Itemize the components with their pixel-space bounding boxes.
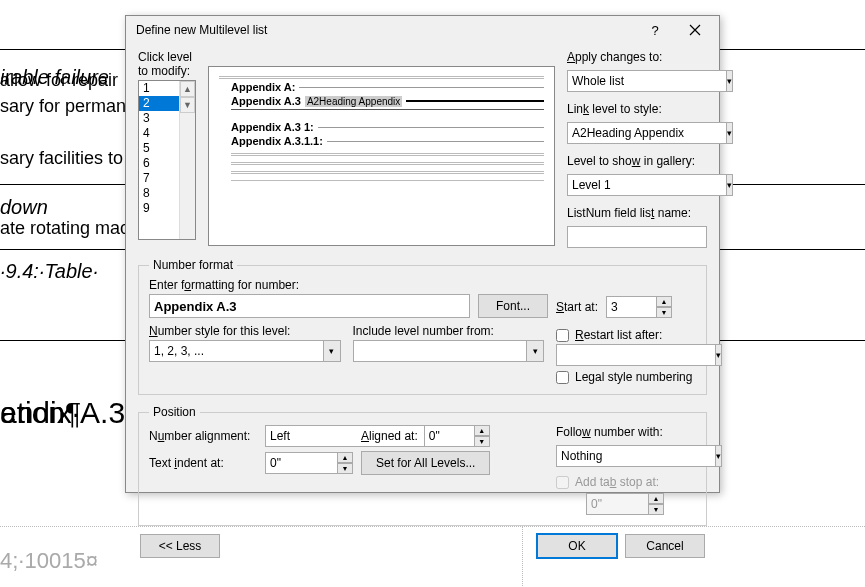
- level-item-3[interactable]: 3: [139, 111, 179, 126]
- spin-up-icon[interactable]: ▲: [656, 296, 672, 307]
- include-level-select[interactable]: ▾: [353, 340, 545, 362]
- follow-number-select[interactable]: ▾: [556, 445, 696, 467]
- aligned-at-spinner[interactable]: ▲▼: [424, 425, 490, 447]
- spin-down-icon: ▼: [648, 504, 664, 515]
- apply-changes-select[interactable]: ▾: [567, 70, 707, 92]
- level-item-1[interactable]: 1: [139, 81, 179, 96]
- spin-up-icon: ▲: [648, 493, 664, 504]
- help-button[interactable]: ?: [635, 16, 675, 44]
- less-button[interactable]: << Less: [140, 534, 220, 558]
- ok-button[interactable]: OK: [537, 534, 617, 558]
- level-item-2[interactable]: 2: [139, 96, 179, 111]
- add-tab-checkbox: [556, 476, 569, 489]
- font-button[interactable]: Font...: [478, 294, 548, 318]
- define-multilevel-list-dialog: Define new Multilevel list ? Click level…: [125, 15, 720, 493]
- text-indent-label: Text indent at:: [149, 456, 259, 470]
- cancel-button[interactable]: Cancel: [625, 534, 705, 558]
- spin-down-icon[interactable]: ▼: [337, 463, 353, 474]
- bg-text: down: [0, 196, 48, 219]
- show-gallery-select[interactable]: ▾: [567, 174, 707, 196]
- restart-list-checkbox[interactable]: [556, 329, 569, 342]
- number-alignment-label: Number alignment:: [149, 429, 259, 443]
- level-item-5[interactable]: 5: [139, 141, 179, 156]
- level-item-7[interactable]: 7: [139, 171, 179, 186]
- bg-text: sary for perman: [0, 96, 126, 117]
- bg-text: allow for repair: [0, 70, 118, 91]
- follow-number-label: Follow number with:: [556, 425, 696, 439]
- chevron-down-icon: ▾: [715, 344, 722, 366]
- level-label: Click level to modify:: [138, 50, 196, 78]
- scrollbar[interactable]: ▲ ▼: [179, 81, 195, 239]
- spin-up-icon[interactable]: ▲: [474, 425, 490, 436]
- level-item-4[interactable]: 4: [139, 126, 179, 141]
- link-level-select[interactable]: ▾: [567, 122, 707, 144]
- add-tab-spinner: ▲▼: [586, 493, 666, 515]
- preview-pane: Appendix A: Appendix A.3A2Heading Append…: [208, 66, 555, 246]
- chevron-down-icon: ▾: [715, 445, 722, 467]
- close-button[interactable]: [675, 16, 715, 44]
- listnum-input[interactable]: [567, 226, 707, 248]
- include-level-label: Include level number from:: [353, 324, 545, 338]
- spin-up-icon[interactable]: ▲: [337, 452, 353, 463]
- apply-changes-label: Apply changes to:: [567, 50, 707, 64]
- number-alignment-select[interactable]: ▾: [265, 425, 355, 447]
- add-tab-label: Add tab stop at:: [575, 475, 659, 489]
- level-item-8[interactable]: 8: [139, 186, 179, 201]
- bg-text: ate rotating mac: [0, 218, 129, 239]
- number-style-label: Number style for this level:: [149, 324, 341, 338]
- scroll-down-icon[interactable]: ▼: [180, 97, 195, 113]
- level-item-9[interactable]: 9: [139, 201, 179, 216]
- scroll-up-icon[interactable]: ▲: [180, 81, 195, 97]
- close-icon: [689, 24, 701, 36]
- spin-down-icon[interactable]: ▼: [656, 307, 672, 318]
- bg-text: ·9.4:·Table·: [0, 260, 98, 283]
- dialog-title: Define new Multilevel list: [136, 23, 635, 37]
- start-at-spinner[interactable]: ▲▼: [606, 296, 672, 318]
- start-at-label: Start at:: [556, 300, 598, 314]
- chevron-down-icon: ▾: [726, 174, 733, 196]
- bg-text: 4;·10015¤: [0, 548, 98, 574]
- titlebar: Define new Multilevel list ?: [126, 16, 719, 44]
- number-format-group: Number format Enter formatting for numbe…: [138, 258, 707, 395]
- level-listbox[interactable]: 123456789 ▲ ▼: [138, 80, 196, 240]
- level-item-6[interactable]: 6: [139, 156, 179, 171]
- aligned-at-label: Aligned at:: [361, 429, 418, 443]
- spin-down-icon[interactable]: ▼: [474, 436, 490, 447]
- bg-text: sary facilities to: [0, 148, 123, 169]
- enter-formatting-input[interactable]: [149, 294, 470, 318]
- position-group: Position Number alignment: ▾ Aligned at:…: [138, 405, 707, 526]
- chevron-down-icon: ▾: [323, 340, 341, 362]
- restart-list-select[interactable]: ▾: [556, 344, 696, 366]
- link-level-label: Link level to style:: [567, 102, 707, 116]
- restart-list-label: Restart list after:: [575, 328, 662, 342]
- chevron-down-icon: ▾: [726, 70, 733, 92]
- number-style-select[interactable]: ▾: [149, 340, 341, 362]
- chevron-down-icon: ▾: [526, 340, 544, 362]
- enter-formatting-label: Enter formatting for number:: [149, 278, 470, 292]
- legal-style-label: Legal style numbering: [575, 370, 692, 384]
- set-all-levels-button[interactable]: Set for All Levels...: [361, 451, 490, 475]
- legal-style-checkbox[interactable]: [556, 371, 569, 384]
- show-gallery-label: Level to show in gallery:: [567, 154, 707, 168]
- chevron-down-icon: ▾: [726, 122, 733, 144]
- listnum-label: ListNum field list name:: [567, 206, 707, 220]
- text-indent-spinner[interactable]: ▲▼: [265, 452, 355, 474]
- bg-text: ation¶: [0, 396, 81, 430]
